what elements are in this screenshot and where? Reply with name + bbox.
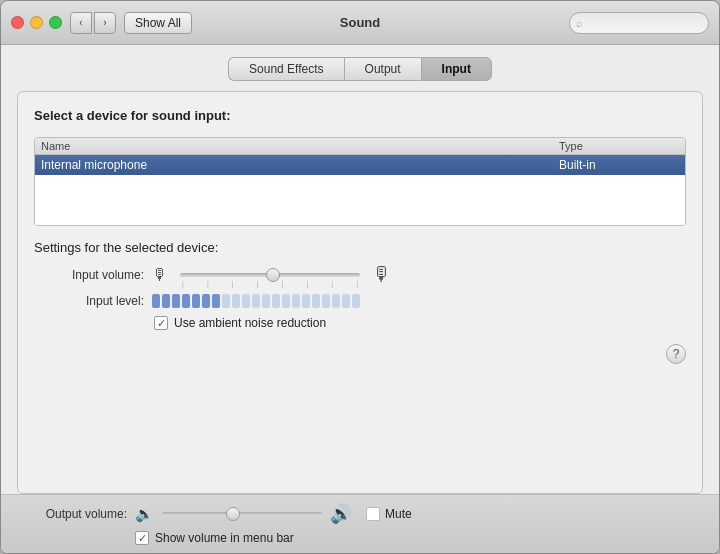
vol-low-icon: 🔈	[135, 505, 154, 523]
table-row[interactable]: Internal microphone Built-in	[35, 155, 685, 175]
col-type-header: Type	[559, 140, 679, 152]
minimize-button[interactable]	[30, 16, 43, 29]
window-title: Sound	[340, 15, 380, 30]
input-level-row: Input level:	[34, 294, 686, 308]
bottom-bar: Output volume: 🔈 🔊 Mute ✓ Show volume in…	[1, 494, 719, 553]
ambient-noise-label: Use ambient noise reduction	[174, 316, 326, 330]
tab-sound-effects[interactable]: Sound Effects	[228, 57, 344, 81]
forward-button[interactable]: ›	[94, 12, 116, 34]
level-bar-9	[232, 294, 240, 308]
level-bar-21	[352, 294, 360, 308]
close-button[interactable]	[11, 16, 24, 29]
level-bar-11	[252, 294, 260, 308]
input-volume-thumb[interactable]	[266, 268, 280, 282]
section-title: Select a device for sound input:	[34, 108, 686, 123]
device-table: Name Type Internal microphone Built-in	[34, 137, 686, 226]
window: ‹ › Show All Sound ⌕ Sound Effects Outpu…	[0, 0, 720, 554]
input-volume-slider[interactable]: | | | | | | | |	[180, 273, 360, 277]
settings-section: Settings for the selected device: Input …	[34, 240, 686, 330]
level-bar-14	[282, 294, 290, 308]
tabs-row: Sound Effects Output Input	[1, 57, 719, 81]
device-name: Internal microphone	[41, 158, 559, 172]
level-bar-4	[182, 294, 190, 308]
level-bar-17	[312, 294, 320, 308]
ambient-noise-checkbox[interactable]: ✓	[154, 316, 168, 330]
show-volume-checkbox[interactable]: ✓	[135, 531, 149, 545]
mic-large-icon: 🎙	[372, 263, 392, 286]
nav-buttons: ‹ ›	[70, 12, 116, 34]
level-bar-20	[342, 294, 350, 308]
search-bar: ⌕	[569, 12, 709, 34]
level-bar-2	[162, 294, 170, 308]
level-bar-6	[202, 294, 210, 308]
table-header: Name Type	[35, 138, 685, 155]
col-name-header: Name	[41, 140, 559, 152]
back-button[interactable]: ‹	[70, 12, 92, 34]
level-bar-5	[192, 294, 200, 308]
content: Sound Effects Output Input Select a devi…	[1, 45, 719, 553]
level-bar-13	[272, 294, 280, 308]
level-bar-15	[292, 294, 300, 308]
vol-high-icon: 🔊	[330, 503, 352, 525]
mute-row: Mute	[366, 507, 412, 521]
level-bar-12	[262, 294, 270, 308]
settings-title: Settings for the selected device:	[34, 240, 686, 255]
mic-small-icon: 🎙	[152, 266, 168, 284]
input-level-label: Input level:	[34, 294, 144, 308]
mute-checkbox[interactable]	[366, 507, 380, 521]
level-bar-18	[322, 294, 330, 308]
titlebar: ‹ › Show All Sound ⌕	[1, 1, 719, 45]
help-button[interactable]: ?	[666, 344, 686, 364]
show-volume-label: Show volume in menu bar	[155, 531, 294, 545]
maximize-button[interactable]	[49, 16, 62, 29]
output-volume-row: Output volume: 🔈 🔊 Mute	[17, 503, 703, 525]
output-volume-slider[interactable]	[162, 512, 322, 516]
output-volume-thumb[interactable]	[226, 507, 240, 521]
level-bar-16	[302, 294, 310, 308]
mute-label: Mute	[385, 507, 412, 521]
panel: Select a device for sound input: Name Ty…	[17, 91, 703, 494]
show-volume-row: ✓ Show volume in menu bar	[135, 531, 703, 545]
ambient-noise-row: ✓ Use ambient noise reduction	[154, 316, 686, 330]
traffic-lights	[11, 16, 62, 29]
search-icon: ⌕	[576, 17, 583, 29]
level-bar-19	[332, 294, 340, 308]
table-empty-area	[35, 175, 685, 225]
tab-output[interactable]: Output	[344, 57, 421, 81]
show-all-button[interactable]: Show All	[124, 12, 192, 34]
tab-input[interactable]: Input	[421, 57, 492, 81]
level-bar-8	[222, 294, 230, 308]
level-bar-10	[242, 294, 250, 308]
level-bar-7	[212, 294, 220, 308]
input-volume-label: Input volume:	[34, 268, 144, 282]
input-volume-row: Input volume: 🎙 | | | | | | | |	[34, 263, 686, 286]
search-input[interactable]	[569, 12, 709, 34]
level-bar-1	[152, 294, 160, 308]
level-bar-3	[172, 294, 180, 308]
input-level-bars	[152, 294, 360, 308]
output-volume-label: Output volume:	[17, 507, 127, 521]
device-type: Built-in	[559, 158, 679, 172]
